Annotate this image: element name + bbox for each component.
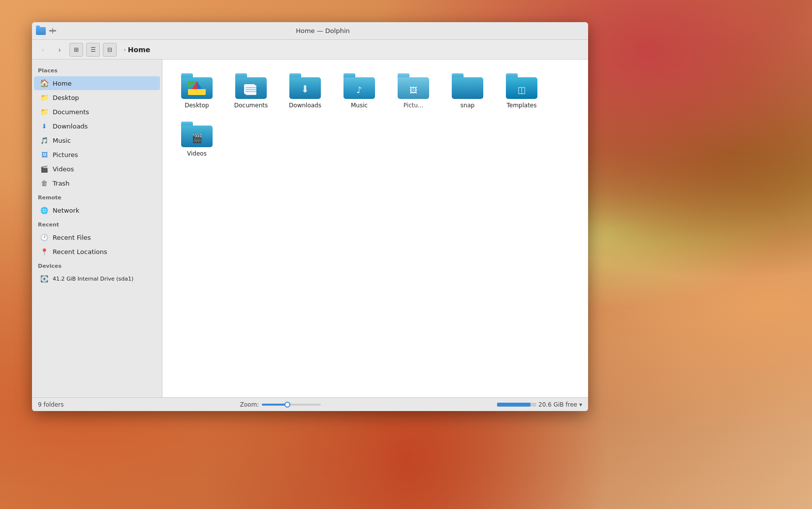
zoom-slider[interactable] [262,404,321,406]
forward-button[interactable]: › [53,43,66,57]
title-bar-icons [36,26,58,36]
sidebar-item-pictures-label: Pictures [53,151,78,159]
toolbar: ‹ › ⊞ ☰ ⊟ › Home [32,40,588,60]
window-folder-icon [36,26,46,36]
sidebar-item-network[interactable]: 🌐 Network [34,203,160,217]
drive-icon: 💽 [40,274,49,283]
sidebar-item-home-label: Home [53,80,71,87]
dolphin-window: Home — Dolphin ‹ › ⊞ ☰ ⊟ › Home Places 🏠… [32,22,588,411]
breadcrumb-arrow: › [124,46,126,53]
file-label: snap [461,102,475,110]
list-item[interactable]: ♪ Music [335,69,384,113]
zoom-thumb [284,402,290,408]
remote-section-label: Remote [32,191,162,203]
folder-count: 9 folders [38,401,64,408]
sidebar-item-documents[interactable]: 📁 Documents [34,105,160,119]
devices-section-label: Devices [32,259,162,271]
music-folder-icon: ♪ [344,73,375,99]
sidebar-item-desktop-label: Desktop [53,94,79,101]
breadcrumb: › Home [124,46,150,54]
videos-icon: 🎬 [40,164,49,173]
back-button[interactable]: ‹ [36,43,50,57]
pictures-icon: 🖼 [40,150,49,159]
list-item[interactable]: ⬇ Downloads [281,69,330,113]
main-area: Places 🏠 Home 📁 Desktop 📁 Documents ⬇ Do… [32,60,588,397]
recent-section-label: Recent [32,218,162,230]
file-label: Documents [234,102,268,110]
sidebar-item-videos-label: Videos [53,165,74,173]
sidebar-item-trash-label: Trash [53,180,69,187]
templates-folder-icon: ◫ [506,73,537,99]
list-item[interactable]: snap [443,69,492,113]
sidebar-item-home[interactable]: 🏠 Home [34,76,160,90]
file-area: Desktop Docum [162,60,588,397]
sidebar-item-pictures[interactable]: 🖼 Pictures [34,148,160,161]
file-grid: Desktop Docum [172,69,578,160]
recent-locations-icon: 📍 [40,247,49,256]
free-space-area: 20.6 GiB free ▾ [497,401,582,408]
list-item[interactable]: 🎬 Videos [172,118,221,161]
free-space-chevron[interactable]: ▾ [579,401,582,408]
list-item[interactable]: Documents [226,69,276,113]
desktop-folder-icon [181,73,213,99]
view-compact-button[interactable]: ⊟ [103,43,117,57]
documents-folder-icon: 📁 [40,107,49,116]
window-title: Home — Dolphin [62,27,584,34]
breadcrumb-current[interactable]: Home [128,46,150,54]
file-label: Videos [187,150,207,158]
music-icon: 🎵 [40,136,49,145]
sidebar-item-recent-files-label: Recent Files [53,234,91,241]
sidebar-item-trash[interactable]: 🗑 Trash [34,176,160,190]
documents-folder-icon [235,73,267,99]
zoom-area: Zoom: [240,401,321,408]
file-label: Music [351,102,368,110]
sidebar-item-desktop[interactable]: 📁 Desktop [34,91,160,104]
status-bar: 9 folders Zoom: 20.6 GiB free ▾ [32,397,588,411]
list-item[interactable]: Desktop [172,69,221,113]
recent-files-icon: 🕐 [40,233,49,242]
file-label: Templates [506,102,536,110]
list-item[interactable]: ◫ Templates [497,69,546,113]
file-label: Downloads [289,102,321,110]
pictures-folder-icon: 🖼 [398,73,429,99]
trash-icon: 🗑 [40,179,49,188]
templates-icon: ◫ [517,85,526,95]
videos-folder-icon: 🎬 [181,122,213,147]
sidebar-item-recent-files[interactable]: 🕐 Recent Files [34,230,160,244]
download-arrow-icon: ⬇ [301,83,310,95]
sidebar-item-videos[interactable]: 🎬 Videos [34,162,160,176]
sidebar-item-music[interactable]: 🎵 Music [34,133,160,147]
sidebar-item-drive-label: 41.2 GiB Internal Drive (sda1) [53,276,133,282]
network-icon: 🌐 [40,206,49,215]
sidebar-item-internal-drive[interactable]: 💽 41.2 GiB Internal Drive (sda1) [34,272,160,286]
view-icons-button[interactable]: ⊞ [69,43,83,57]
sidebar-item-recent-locations-label: Recent Locations [53,248,107,255]
file-label: Pictu... [404,102,424,110]
sidebar: Places 🏠 Home 📁 Desktop 📁 Documents ⬇ Do… [32,60,162,397]
list-item[interactable]: 🖼 Pictu... [389,69,438,113]
file-label: Desktop [185,102,209,110]
music-note-icon: ♪ [356,85,362,95]
free-space-fill [497,403,531,407]
sidebar-item-documents-label: Documents [53,108,89,116]
zoom-label: Zoom: [240,401,259,408]
free-space-label: 20.6 GiB free [538,401,577,408]
title-bar: Home — Dolphin [32,22,588,40]
zoom-track [262,404,285,406]
snap-folder-icon [452,73,483,99]
places-section-label: Places [32,64,162,76]
free-space-bar [497,403,536,407]
downloads-folder-icon: ⬇ [289,73,321,99]
pin-icon [48,26,58,36]
home-icon: 🏠 [40,79,49,88]
sidebar-item-downloads-label: Downloads [53,123,88,130]
sidebar-item-downloads[interactable]: ⬇ Downloads [34,119,160,133]
sidebar-item-network-label: Network [53,207,79,214]
video-icon: 🎬 [191,133,202,143]
desktop-folder-icon: 📁 [40,93,49,102]
sidebar-item-recent-locations[interactable]: 📍 Recent Locations [34,245,160,258]
downloads-icon: ⬇ [40,122,49,130]
view-list-button[interactable]: ☰ [86,43,100,57]
sidebar-item-music-label: Music [53,137,71,144]
